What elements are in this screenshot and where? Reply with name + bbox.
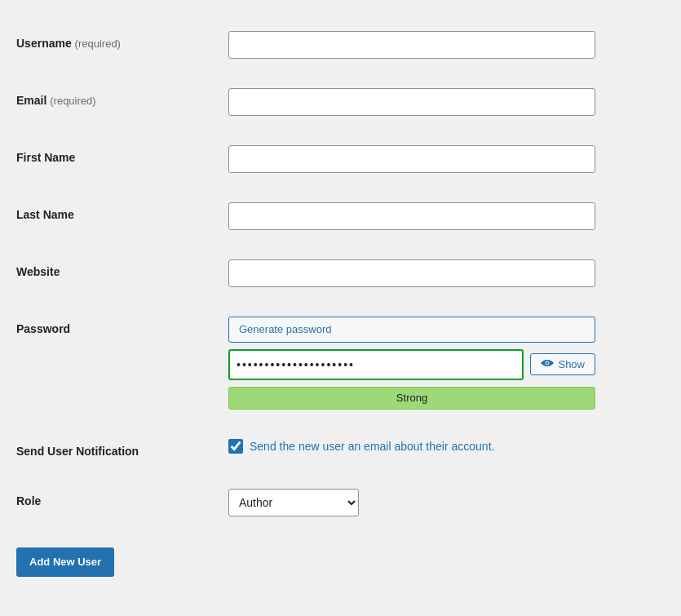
website-field xyxy=(228,259,665,287)
role-select[interactable]: Administrator Editor Author Contributor … xyxy=(228,489,359,516)
notification-field: Send the new user an email about their a… xyxy=(228,439,665,455)
last-name-input[interactable] xyxy=(228,202,595,230)
generate-password-button[interactable]: Generate password xyxy=(228,317,595,343)
show-password-button[interactable]: Show xyxy=(530,353,595,375)
password-field: Generate password Show Strong xyxy=(228,317,665,410)
password-input[interactable] xyxy=(228,349,524,380)
svg-point-0 xyxy=(546,361,549,364)
last-name-field xyxy=(228,202,665,230)
first-name-input[interactable] xyxy=(228,145,595,173)
submit-row: Add New User xyxy=(16,539,665,577)
notification-text: Send the new user an email about their a… xyxy=(250,439,494,455)
password-row: Password Generate password Show xyxy=(16,310,665,416)
email-input[interactable] xyxy=(228,88,595,116)
eye-icon xyxy=(541,360,554,370)
password-section: Generate password Show Strong xyxy=(228,317,595,410)
notification-option: Send the new user an email about their a… xyxy=(228,439,665,455)
first-name-label: First Name xyxy=(16,145,228,166)
username-row: Username (required) xyxy=(16,24,665,65)
password-input-wrapper xyxy=(228,349,524,380)
role-label: Role xyxy=(16,489,228,510)
password-input-row: Show xyxy=(228,349,595,380)
first-name-row: First Name xyxy=(16,139,665,179)
website-label: Website xyxy=(16,259,228,281)
role-field: Administrator Editor Author Contributor … xyxy=(228,489,665,516)
send-notification-checkbox[interactable] xyxy=(228,439,243,454)
first-name-field xyxy=(228,145,665,173)
password-strength-indicator: Strong xyxy=(228,387,595,410)
add-user-form: Username (required) Email (required) Fir… xyxy=(16,16,665,585)
website-input[interactable] xyxy=(228,259,595,287)
password-label: Password xyxy=(16,317,228,338)
last-name-row: Last Name xyxy=(16,196,665,237)
username-field xyxy=(228,31,665,59)
last-name-label: Last Name xyxy=(16,202,228,224)
username-input[interactable] xyxy=(228,31,595,59)
email-row: Email (required) xyxy=(16,82,665,122)
notification-row: Send User Notification Send the new user… xyxy=(16,432,665,467)
add-new-user-button[interactable]: Add New User xyxy=(16,547,114,577)
email-field xyxy=(228,88,665,116)
website-row: Website xyxy=(16,253,665,294)
role-row: Role Administrator Editor Author Contrib… xyxy=(16,482,665,523)
username-label: Username (required) xyxy=(16,31,228,52)
notification-label: Send User Notification xyxy=(16,439,228,460)
email-label: Email (required) xyxy=(16,88,228,109)
